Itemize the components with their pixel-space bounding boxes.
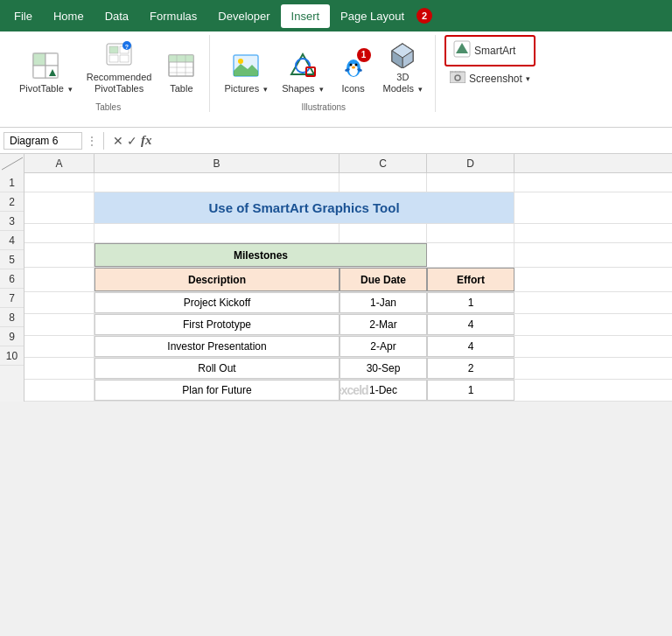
row-header-1[interactable]: 1 [0, 173, 24, 192]
icons-button[interactable]: 1 Icons [332, 35, 374, 98]
pictures-label: Pictures ▾ [224, 83, 268, 94]
row-header-10[interactable]: 10 [0, 346, 24, 366]
cell-c10[interactable]: exceld 1-Dec [340, 380, 427, 401]
cell-date-header[interactable]: Due Date [340, 268, 427, 291]
cell-a4[interactable] [24, 243, 94, 267]
cell-d4[interactable] [427, 243, 514, 267]
screenshot-button[interactable]: Screenshot ▾ [444, 68, 536, 88]
cell-a9[interactable] [24, 358, 94, 379]
cell-d1[interactable] [427, 173, 514, 192]
menu-bar: File Home Data Formulas Developer Insert… [0, 0, 672, 31]
cell-b9[interactable]: Roll Out [94, 358, 340, 379]
cell-d7[interactable]: 4 [427, 314, 514, 335]
cell-c9[interactable]: 30-Sep [340, 358, 427, 379]
formula-bar: ⋮ ✕ ✓ fx [0, 128, 672, 154]
pivot-table-icon [30, 50, 61, 81]
row10-date-watermark: exceld [340, 383, 368, 397]
row-header-4[interactable]: 4 [0, 231, 24, 250]
cell-effort-header[interactable]: Effort [427, 268, 514, 291]
cell-a7[interactable] [24, 314, 94, 335]
cell-milestones-header[interactable]: Milestones [94, 243, 427, 267]
menu-file[interactable]: File [4, 4, 43, 28]
cell-b10[interactable]: Plan for Future [94, 380, 340, 401]
row8-date: 2-Apr [370, 340, 396, 353]
row9-date: 30-Sep [367, 362, 401, 374]
svg-rect-6 [109, 46, 118, 53]
row-header-6[interactable]: 6 [0, 269, 24, 289]
menu-developer[interactable]: Developer [207, 4, 280, 28]
cell-d10[interactable]: 1 [427, 380, 514, 401]
fx-icon[interactable]: fx [141, 133, 152, 148]
row-header-8[interactable]: 8 [0, 308, 24, 327]
cell-desc-header[interactable]: Description [94, 268, 340, 291]
cell-b1[interactable] [94, 173, 340, 192]
row7-effort: 4 [468, 318, 474, 331]
cell-a3[interactable] [24, 224, 94, 242]
row-header-9[interactable]: 9 [0, 327, 24, 346]
col-header-b[interactable]: B [94, 154, 340, 173]
screenshot-dropdown: ▾ [526, 74, 530, 83]
cell-b2-merged[interactable]: Use of SmartArt Graphics Tool [94, 192, 514, 223]
formula-divider [103, 132, 104, 150]
cell-a5[interactable] [24, 268, 94, 291]
cell-d6[interactable]: 1 [427, 292, 514, 313]
screenshot-label: Screenshot [469, 73, 522, 85]
shapes-button[interactable]: Shapes ▾ [276, 35, 328, 98]
cell-a6[interactable] [24, 292, 94, 313]
cell-c3[interactable] [340, 224, 427, 242]
smartart-label: SmartArt [474, 45, 515, 57]
menu-page-layout[interactable]: Page Layout [330, 4, 415, 28]
confirm-icon[interactable]: ✓ [127, 134, 137, 148]
cell-c8[interactable]: 2-Apr [340, 336, 427, 357]
cell-d9[interactable]: 2 [427, 358, 514, 379]
row8-effort: 4 [468, 340, 474, 353]
icons-icon: 1 [338, 50, 369, 81]
cell-d3[interactable] [427, 224, 514, 242]
ribbon-group-illustrations: Pictures ▾ Shapes ▾ [212, 35, 436, 112]
3d-models-button[interactable]: 3DModels ▾ [378, 35, 429, 98]
row10-date: 1-Dec [369, 384, 397, 396]
col-header-d[interactable]: D [427, 154, 514, 173]
icons-label: Icons [341, 83, 364, 94]
cell-c1[interactable] [340, 173, 427, 192]
ribbon: PivotTable ▾ ? [0, 31, 672, 128]
cell-a2[interactable] [24, 192, 94, 223]
row-header-3[interactable]: 3 [0, 212, 24, 231]
svg-rect-1 [33, 53, 46, 66]
recommended-pivot-button[interactable]: ? RecommendedPivotTables [81, 35, 158, 98]
ribbon-group-tables: PivotTable ▾ ? [7, 35, 210, 112]
svg-rect-2 [46, 53, 58, 66]
formula-input[interactable] [159, 132, 669, 149]
smartart-button[interactable]: SmartArt [444, 35, 536, 66]
cell-b7[interactable]: First Prototype [94, 314, 340, 335]
cell-c7[interactable]: 2-Mar [340, 314, 427, 335]
cell-a10[interactable] [24, 380, 94, 401]
tables-group-label: Tables [95, 102, 121, 112]
cell-c6[interactable]: 1-Jan [340, 292, 427, 313]
cell-b8[interactable]: Investor Presentation [94, 336, 340, 357]
menu-home[interactable]: Home [43, 4, 94, 28]
cell-d8[interactable]: 4 [427, 336, 514, 357]
col-header-c[interactable]: C [340, 154, 427, 173]
row9-desc: Roll Out [198, 362, 235, 374]
title-text: Use of SmartArt Graphics Tool [208, 200, 399, 215]
cells-area: Use of SmartArt Graphics Tool Milestones [24, 173, 672, 402]
row-header-2[interactable]: 2 [0, 192, 24, 212]
menu-data[interactable]: Data [94, 4, 139, 28]
table-button[interactable]: Table [160, 35, 202, 98]
row10-desc: Plan for Future [182, 384, 251, 396]
cell-a1[interactable] [24, 173, 94, 192]
cell-b6[interactable]: Project Kickoff [94, 292, 340, 313]
pictures-button[interactable]: Pictures ▾ [219, 35, 273, 98]
row-header-7[interactable]: 7 [0, 289, 24, 308]
cell-b3[interactable] [94, 224, 340, 242]
menu-insert[interactable]: Insert [281, 4, 331, 28]
cell-a8[interactable] [24, 336, 94, 357]
menu-formulas[interactable]: Formulas [139, 4, 207, 28]
cancel-icon[interactable]: ✕ [113, 134, 123, 148]
pivot-table-button[interactable]: PivotTable ▾ [14, 35, 78, 98]
col-header-a[interactable]: A [24, 154, 94, 173]
name-box[interactable] [4, 132, 82, 150]
recommended-pivot-label: RecommendedPivotTables [87, 72, 152, 94]
row-header-5[interactable]: 5 [0, 250, 24, 269]
